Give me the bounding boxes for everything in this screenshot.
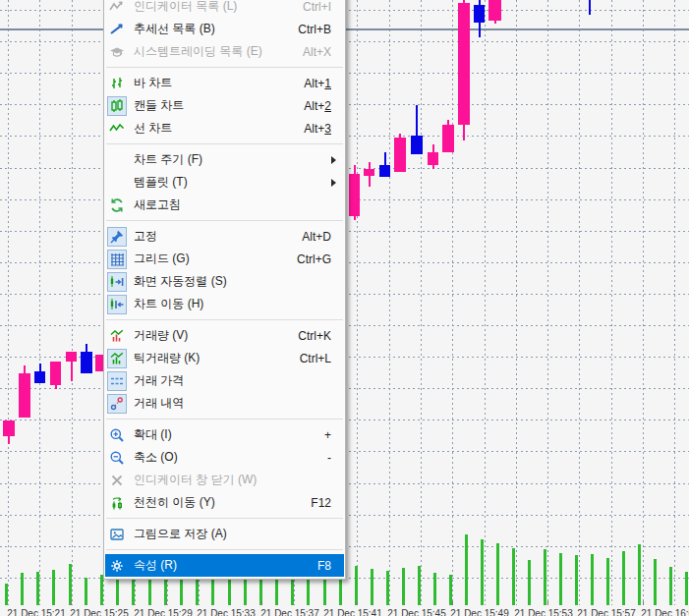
- menu-item-slow-move[interactable]: 천천히 이동 (Y)F12: [105, 491, 344, 514]
- chart-context-menu: 인디케이터 목록 (L)Ctrl+I추세선 목록 (B)Ctrl+B시스템트레이…: [103, 0, 346, 580]
- x-axis-tick: [357, 601, 358, 605]
- candle-body: [458, 3, 470, 125]
- volume-bar: [465, 534, 468, 605]
- volume-bar: [622, 551, 625, 605]
- bar-chart-icon: [107, 74, 127, 93]
- menu-item-shortcut: Ctrl+K: [298, 329, 331, 343]
- menu-separator: [106, 549, 343, 550]
- menu-item-label: 차트 주기 (F): [134, 151, 344, 168]
- menu-item-label: 속성 (R): [134, 557, 317, 574]
- volume-bar: [669, 567, 672, 605]
- volume-bar: [591, 554, 594, 605]
- menu-item-volume[interactable]: 거래량 (V)Ctrl+K: [105, 324, 344, 347]
- candle-body: [3, 420, 15, 436]
- volume-bar: [402, 568, 405, 605]
- menu-item-close-indicator-window[interactable]: 인디케이터 창 닫기 (W): [105, 469, 344, 491]
- candle-body: [428, 152, 438, 165]
- trade-price-icon: [107, 371, 127, 391]
- menu-item-label: 축소 (O): [134, 449, 327, 466]
- x-axis-label: 21 Dec 16:01: [626, 608, 689, 616]
- menu-item-chart-shift[interactable]: 차트 이동 (H): [105, 293, 344, 315]
- menu-item-shortcut: Alt+2: [304, 99, 331, 113]
- menu-item-trade-price[interactable]: 거래 가격: [105, 369, 344, 392]
- menu-item-zoom-in[interactable]: 확대 (I)+: [105, 423, 344, 446]
- menu-item-trendline-list[interactable]: 추세선 목록 (B)Ctrl+B: [105, 18, 344, 40]
- candle-body: [379, 165, 390, 177]
- menu-item-label: 시스템트레이딩 목록 (E): [134, 43, 303, 60]
- volume-bar: [559, 553, 562, 605]
- menu-item-template[interactable]: 템플릿 (T): [105, 171, 344, 194]
- icon-placeholder: [107, 150, 127, 170]
- candle-body: [442, 125, 454, 152]
- menu-item-dock[interactable]: 고정Alt+D: [105, 225, 344, 248]
- x-axis-tick: [643, 601, 644, 605]
- menu-item-refresh[interactable]: 새로고침: [105, 194, 344, 216]
- menu-item-shortcut: Ctrl+B: [298, 23, 331, 36]
- submenu-arrow-icon: [331, 156, 336, 164]
- candle-body: [50, 362, 61, 385]
- menu-item-label: 거래 가격: [134, 372, 344, 389]
- candle-body: [364, 169, 374, 176]
- menu-item-label: 인디케이터 목록 (L): [134, 0, 303, 15]
- menu-item-auto-arrange[interactable]: 화면 자동정렬 (S): [105, 270, 344, 293]
- menu-item-bar-chart[interactable]: 바 차트Alt+1: [105, 72, 344, 94]
- x-axis-tick: [452, 601, 453, 605]
- menu-item-label: 틱거래량 (K): [134, 350, 300, 366]
- menu-item-tick-volume[interactable]: 틱거래량 (K)Ctrl+L: [105, 347, 344, 369]
- x-axis-tick: [166, 601, 167, 605]
- menu-item-chart-period[interactable]: 차트 주기 (F): [105, 148, 344, 171]
- volume-bar: [481, 539, 484, 605]
- menu-separator: [106, 518, 343, 519]
- candle-body: [34, 371, 45, 383]
- menu-item-label: 그림으로 저장 (A): [134, 526, 344, 542]
- menu-item-label: 추세선 목록 (B): [134, 21, 298, 37]
- menu-item-label: 그리드 (G): [134, 251, 297, 267]
- menu-item-line-chart[interactable]: 선 차트Alt+3: [105, 117, 344, 140]
- volume-bar: [685, 572, 688, 605]
- volume-bar: [386, 571, 389, 605]
- volume-bar: [85, 578, 87, 605]
- volume-bar: [418, 566, 421, 605]
- slow-move-icon: [107, 493, 127, 513]
- menu-separator: [106, 319, 343, 320]
- menu-item-label: 인디케이터 창 닫기 (W): [134, 472, 344, 488]
- menu-item-indicator-list[interactable]: 인디케이터 목록 (L)Ctrl+I: [105, 0, 344, 18]
- candle-body: [19, 373, 30, 418]
- menu-item-grid[interactable]: 그리드 (G)Ctrl+G: [105, 248, 344, 270]
- volume-bar: [433, 573, 436, 605]
- candle-body: [394, 138, 406, 172]
- menu-item-shortcut: Ctrl+L: [300, 352, 331, 365]
- menu-item-label: 천천히 이동 (Y): [134, 494, 311, 511]
- menu-item-candle-chart[interactable]: 캔들 차트Alt+2: [105, 94, 344, 117]
- volume-bar: [52, 570, 55, 605]
- menu-item-label: 템플릿 (T): [134, 174, 344, 191]
- menu-item-shortcut: Alt+X: [303, 45, 331, 59]
- candle-body: [66, 352, 77, 362]
- volume-bar: [307, 578, 310, 605]
- menu-item-properties[interactable]: 속성 (R)F8: [105, 554, 344, 577]
- menu-separator: [106, 143, 343, 144]
- menu-item-zoom-out[interactable]: 축소 (O)-: [105, 446, 344, 469]
- volume-bar: [69, 564, 72, 605]
- trendline-list-icon: [107, 20, 127, 39]
- menu-item-label: 새로고침: [134, 196, 344, 213]
- volume-bar: [654, 559, 657, 605]
- candle-body: [474, 5, 485, 23]
- candle-body: [349, 174, 360, 216]
- menu-item-trade-history[interactable]: 거래 내역: [105, 392, 344, 415]
- volume-bar: [228, 577, 231, 605]
- menu-item-save-picture[interactable]: 그림으로 저장 (A): [105, 523, 344, 545]
- menu-separator: [106, 220, 343, 221]
- menu-item-label: 고정: [134, 228, 302, 245]
- menu-item-shortcut: -: [327, 451, 331, 465]
- candle-chart-icon: [107, 96, 127, 116]
- trade-history-icon: [107, 394, 127, 414]
- menu-item-shortcut: F8: [317, 559, 331, 573]
- indicator-list-icon: [107, 0, 127, 17]
- volume-bar: [355, 566, 358, 605]
- menu-item-shortcut: Alt+D: [302, 230, 331, 244]
- menu-item-label: 선 차트: [134, 120, 304, 137]
- menu-item-systemtrading-list[interactable]: 시스템트레이딩 목록 (E)Alt+X: [105, 40, 344, 63]
- volume-icon: [107, 326, 127, 346]
- menu-item-label: 차트 이동 (H): [134, 296, 344, 312]
